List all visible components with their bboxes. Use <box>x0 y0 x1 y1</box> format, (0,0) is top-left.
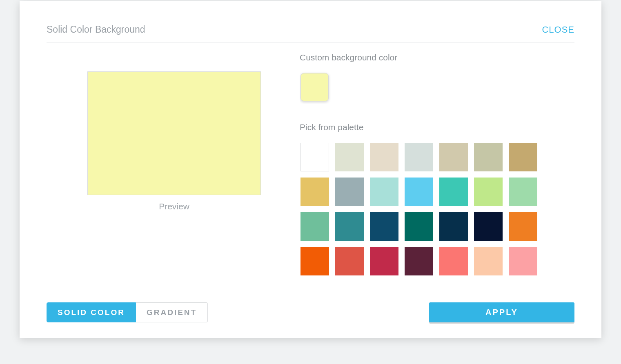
palette-swatch[interactable] <box>405 178 433 206</box>
palette-swatch[interactable] <box>474 178 503 206</box>
palette-swatch[interactable] <box>474 212 503 241</box>
palette-swatch[interactable] <box>509 143 537 171</box>
palette-swatch[interactable] <box>405 247 433 275</box>
palette-swatch[interactable] <box>370 212 398 241</box>
modal-footer: SOLID COLOR GRADIENT APPLY <box>47 285 574 338</box>
custom-color-swatch[interactable] <box>300 73 329 101</box>
background-picker-modal: Solid Color Background CLOSE Preview Cus… <box>20 1 601 338</box>
palette-swatch[interactable] <box>335 143 364 171</box>
palette-swatch[interactable] <box>509 178 537 206</box>
tab-gradient[interactable]: GRADIENT <box>136 302 208 322</box>
palette-swatch[interactable] <box>370 178 398 206</box>
palette-swatch[interactable] <box>509 247 537 275</box>
mode-tab-group: SOLID COLOR GRADIENT <box>47 302 208 322</box>
modal-body: Preview Custom background color Pick fro… <box>20 43 601 285</box>
palette-swatch[interactable] <box>300 247 329 275</box>
palette-swatch[interactable] <box>439 212 468 241</box>
close-button[interactable]: CLOSE <box>542 24 574 35</box>
palette-swatch[interactable] <box>509 212 537 241</box>
palette-swatch[interactable] <box>474 247 503 275</box>
modal-header: Solid Color Background CLOSE <box>20 1 601 42</box>
palette-swatch[interactable] <box>300 143 329 171</box>
apply-button[interactable]: APPLY <box>429 302 574 322</box>
modal-title: Solid Color Background <box>47 24 145 35</box>
palette-swatch[interactable] <box>335 247 364 275</box>
palette-swatch[interactable] <box>439 247 468 275</box>
palette-swatch[interactable] <box>335 212 364 241</box>
preview-label: Preview <box>87 202 261 211</box>
palette-swatch[interactable] <box>405 212 433 241</box>
palette-swatch[interactable] <box>370 247 398 275</box>
preview-column: Preview <box>47 51 300 285</box>
palette-swatch[interactable] <box>335 178 364 206</box>
palette-swatch[interactable] <box>300 178 329 206</box>
palette-swatch[interactable] <box>439 143 468 171</box>
custom-color-label: Custom background color <box>300 53 575 62</box>
palette-label: Pick from palette <box>300 122 575 132</box>
preview-swatch <box>87 71 261 195</box>
palette-swatch[interactable] <box>439 178 468 206</box>
palette-swatch[interactable] <box>405 143 433 171</box>
palette-swatch[interactable] <box>474 143 503 171</box>
palette-swatch[interactable] <box>370 143 398 171</box>
tab-solid-color[interactable]: SOLID COLOR <box>47 302 136 322</box>
palette-grid <box>300 143 575 285</box>
options-column[interactable]: Custom background color Pick from palett… <box>300 51 581 285</box>
palette-swatch[interactable] <box>300 212 329 241</box>
